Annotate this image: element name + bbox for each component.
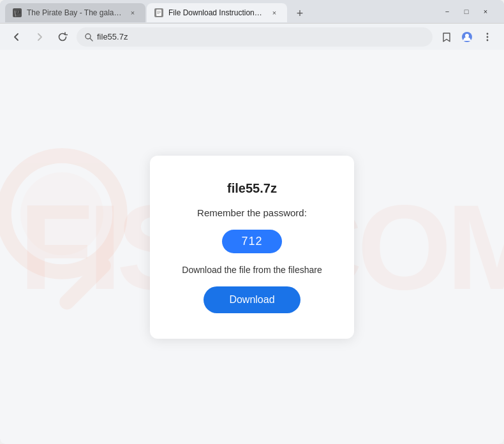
- remember-password-label: Remember the password:: [197, 207, 307, 218]
- menu-icon: [482, 32, 493, 42]
- close-button[interactable]: ×: [477, 6, 494, 17]
- svg-point-13: [487, 39, 489, 41]
- tab-close-2[interactable]: ×: [269, 8, 279, 18]
- address-text: file55.7z: [97, 32, 425, 41]
- tab-pirate-bay[interactable]: 🏴 The Pirate Bay - The galaxy's m... ×: [5, 3, 145, 22]
- svg-point-11: [487, 33, 489, 34]
- tab-favicon-2: [154, 8, 163, 17]
- title-bar: 🏴 The Pirate Bay - The galaxy's m... × F…: [0, 0, 504, 23]
- svg-point-15: [20, 172, 103, 255]
- search-icon-address: [84, 33, 93, 41]
- page-content: FISHCOM file55.7z Remember the password:…: [0, 50, 504, 444]
- svg-rect-5: [157, 12, 161, 13]
- bookmark-icon: [441, 32, 452, 42]
- new-tab-button[interactable]: +: [291, 4, 309, 22]
- forward-icon: [34, 32, 45, 42]
- reload-button[interactable]: [54, 28, 71, 46]
- address-bar[interactable]: file55.7z: [77, 27, 433, 47]
- svg-line-8: [90, 38, 93, 41]
- file-name: file55.7z: [227, 181, 277, 196]
- svg-rect-6: [157, 13, 159, 14]
- chrome-window: 🏴 The Pirate Bay - The galaxy's m... × F…: [0, 0, 504, 444]
- profile-button[interactable]: [458, 28, 476, 46]
- svg-point-12: [487, 36, 489, 38]
- tab-favicon-1: 🏴: [13, 8, 22, 17]
- svg-text:🏴: 🏴: [14, 10, 22, 17]
- password-badge: 712: [222, 230, 281, 253]
- forward-button[interactable]: [31, 28, 48, 46]
- menu-button[interactable]: [478, 28, 496, 46]
- svg-rect-16: [56, 255, 114, 313]
- fileshare-label: Download the file from the fileshare: [182, 265, 322, 275]
- minimize-button[interactable]: −: [439, 6, 456, 17]
- window-controls: − □ ×: [439, 6, 494, 17]
- back-button[interactable]: [8, 28, 26, 46]
- maximize-button[interactable]: □: [458, 6, 475, 17]
- reload-icon: [57, 32, 68, 42]
- bookmark-button[interactable]: [438, 28, 456, 46]
- svg-rect-4: [157, 11, 161, 11]
- watermark-magnifier: [0, 138, 153, 355]
- tab-close-1[interactable]: ×: [128, 8, 138, 18]
- password-value: 712: [241, 235, 262, 248]
- tab-file-download[interactable]: File Download Instructions for f... ×: [147, 3, 287, 22]
- download-button[interactable]: Download: [204, 286, 300, 313]
- toolbar: file55.7z: [0, 23, 504, 50]
- tab-label-file-download: File Download Instructions for f...: [168, 8, 264, 17]
- tab-label-pirate-bay: The Pirate Bay - The galaxy's m...: [27, 8, 122, 17]
- download-card: file55.7z Remember the password: 712 Dow…: [150, 156, 353, 339]
- profile-icon: [461, 31, 473, 43]
- back-icon: [11, 32, 22, 42]
- svg-point-14: [4, 156, 120, 272]
- toolbar-right: [438, 28, 496, 46]
